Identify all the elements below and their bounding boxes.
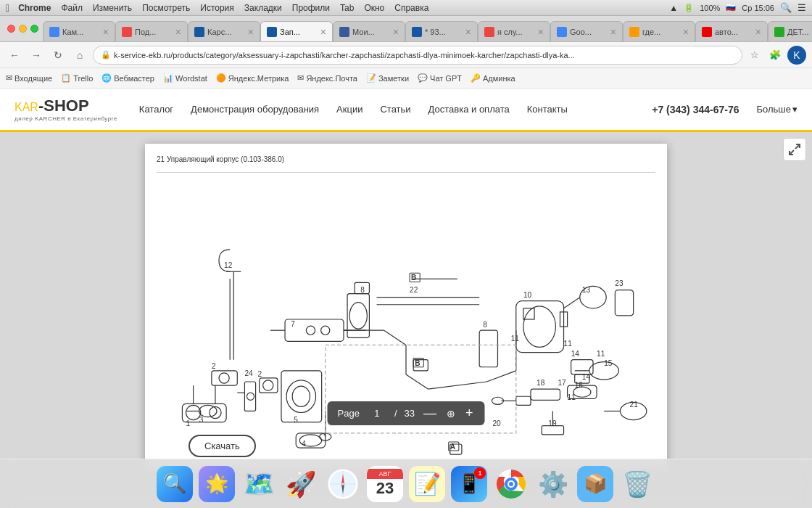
reload-button[interactable]: ↻ xyxy=(49,46,67,64)
zoom-in-button[interactable]: + xyxy=(464,406,475,421)
menu-bookmarks[interactable]: Закладки xyxy=(244,3,282,13)
url-field[interactable]: 🔒 k-service-ekb.ru/products/category/aks… xyxy=(93,46,742,65)
control-center-icon[interactable]: ☰ xyxy=(798,2,806,13)
apple-icon[interactable]:  xyxy=(6,2,9,14)
svg-text:15: 15 xyxy=(604,359,613,367)
tab-favicon-10 xyxy=(702,27,712,37)
bookmark-wordstat[interactable]: 📊 Wordstat xyxy=(163,73,207,83)
page-input[interactable] xyxy=(367,408,387,419)
menu-window[interactable]: Окно xyxy=(364,3,384,13)
nav-delivery[interactable]: Доставка и оплата xyxy=(428,104,510,115)
dock-siri[interactable]: 🌟 xyxy=(199,466,235,502)
url-text: k-service-ekb.ru/products/category/akses… xyxy=(114,51,734,60)
content-area: 21 Управляющий корпус (0.103-386.0) xyxy=(0,132,812,508)
svg-text:12: 12 xyxy=(224,261,233,269)
tab-4[interactable]: Зап... × xyxy=(260,21,333,41)
bookmark-webmaster-label: Вебмастер xyxy=(114,74,154,83)
more-button[interactable]: Больше ▾ xyxy=(757,104,798,115)
tab-close-4[interactable]: × xyxy=(320,26,326,38)
dock-chrome[interactable] xyxy=(493,466,529,502)
bookmark-webmaster[interactable]: 🌐 Вебмастер xyxy=(102,73,154,83)
nav-catalog[interactable]: Каталог xyxy=(139,104,173,115)
nav-articles[interactable]: Статьи xyxy=(380,104,410,115)
expand-button[interactable] xyxy=(783,138,806,161)
tab-5[interactable]: Мои... × xyxy=(333,21,405,41)
tab-bar: Кам... × Под... × Карс... × Зап... × Мои… xyxy=(0,16,812,42)
profile-icon[interactable]: K xyxy=(787,46,806,65)
page-separator: / xyxy=(394,408,397,419)
menu-history[interactable]: История xyxy=(200,3,234,13)
tab-6[interactable]: * 93... × xyxy=(405,21,478,41)
svg-text:18: 18 xyxy=(536,379,545,387)
menu-chrome[interactable]: Chrome xyxy=(18,3,51,13)
tab-1[interactable]: Кам... × xyxy=(43,21,115,41)
svg-text:21: 21 xyxy=(630,401,639,409)
dock-archiver[interactable]: 📦 xyxy=(577,466,613,502)
maximize-button[interactable] xyxy=(30,25,38,33)
dock-calendar[interactable]: АВГ 23 xyxy=(367,466,403,502)
bookmark-star-icon[interactable]: ☆ xyxy=(747,47,763,63)
bookmark-metrika[interactable]: 🟠 Яндекс.Метрика xyxy=(216,73,289,83)
nav-contacts[interactable]: Контакты xyxy=(527,104,568,115)
tab-2[interactable]: Под... × xyxy=(115,21,188,41)
bookmark-admin[interactable]: 🔑 Админка xyxy=(471,73,515,83)
menu-file[interactable]: Файл xyxy=(61,3,83,13)
dock-safari[interactable] xyxy=(325,466,361,502)
tab-close-6[interactable]: × xyxy=(465,26,471,38)
extensions-icon[interactable]: 🧩 xyxy=(767,47,783,63)
tab-favicon-11 xyxy=(774,27,784,37)
menu-profiles[interactable]: Профили xyxy=(292,3,330,13)
svg-text:7: 7 xyxy=(291,320,295,328)
tab-3[interactable]: Карс... × xyxy=(188,21,260,41)
dock-systemprefs[interactable]: ⚙️ xyxy=(535,466,571,502)
site-logo[interactable]: KAR-SHOP дилер KARCHER в Екатеринбурге xyxy=(14,97,117,122)
tab-close-10[interactable]: × xyxy=(755,26,761,38)
menu-tab[interactable]: Tab xyxy=(340,3,354,13)
back-button[interactable]: ← xyxy=(6,46,23,64)
dock-trash[interactable]: 🗑️ xyxy=(619,466,655,502)
tab-close-1[interactable]: × xyxy=(103,26,109,38)
tab-close-5[interactable]: × xyxy=(393,26,399,38)
bookmark-inbox[interactable]: ✉ Входящие xyxy=(6,73,52,83)
tab-close-8[interactable]: × xyxy=(610,26,616,38)
titlebar-right: ▲ 🔋 100% 🇷🇺 Ср 15:06 🔍 ☰ xyxy=(669,2,806,13)
svg-text:2: 2 xyxy=(258,370,262,378)
dock-launchpad[interactable]: 🚀 xyxy=(283,466,319,502)
nav-demo[interactable]: Демонстрация оборудования xyxy=(191,104,319,115)
datetime: Ср 15:06 xyxy=(742,4,774,12)
nav-promotions[interactable]: Акции xyxy=(336,104,362,115)
zoom-out-button[interactable]: — xyxy=(422,406,438,421)
tab-close-7[interactable]: × xyxy=(538,26,544,38)
tab-close-9[interactable]: × xyxy=(683,26,689,38)
menu-help[interactable]: Справка xyxy=(394,3,428,13)
dock-appstore[interactable]: 📱 1 xyxy=(451,466,487,502)
tab-11[interactable]: ДЕТ... × xyxy=(768,21,812,41)
minimize-button[interactable] xyxy=(19,25,27,33)
tab-7[interactable]: я слу... × xyxy=(478,21,550,41)
logo-text: KAR-SHOP xyxy=(14,97,117,115)
close-button[interactable] xyxy=(7,25,15,33)
tab-8[interactable]: Goo... × xyxy=(550,21,623,41)
home-button[interactable]: ⌂ xyxy=(71,46,88,64)
bookmark-notes[interactable]: 📝 Заметки xyxy=(366,73,409,83)
bookmark-trello-label: Trello xyxy=(73,74,93,83)
svg-text:11: 11 xyxy=(568,393,576,401)
bookmark-trello[interactable]: 📋 Trello xyxy=(61,73,93,83)
zoom-fit-button[interactable]: ⊕ xyxy=(445,408,457,419)
tab-close-2[interactable]: × xyxy=(175,26,181,38)
search-icon[interactable]: 🔍 xyxy=(780,2,792,13)
bookmark-mail[interactable]: ✉ Яндекс.Почта xyxy=(297,73,357,83)
menu-edit[interactable]: Изменить xyxy=(93,3,132,13)
forward-button[interactable]: → xyxy=(28,46,45,64)
dock-maps[interactable]: 🗺️ xyxy=(241,466,277,502)
tab-9[interactable]: где... × xyxy=(623,21,695,41)
tab-title-6: * 93... xyxy=(425,28,461,36)
wordstat-icon: 📊 xyxy=(163,73,173,83)
tab-close-3[interactable]: × xyxy=(248,26,254,38)
tab-10[interactable]: авто... × xyxy=(695,21,768,41)
bookmark-chatgpt[interactable]: 💬 Чат GPT xyxy=(418,73,462,83)
menu-view[interactable]: Посмотреть xyxy=(142,3,190,13)
dock-notes[interactable]: 📝 xyxy=(409,466,445,502)
download-button[interactable]: Скачать xyxy=(188,435,256,457)
dock-finder[interactable]: 🔍 xyxy=(157,466,193,502)
